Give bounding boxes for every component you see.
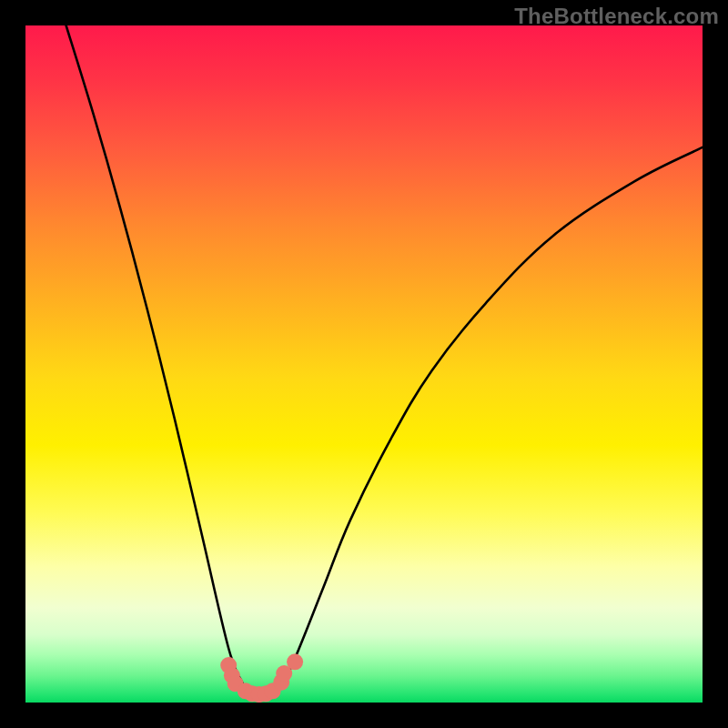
- chart-frame: TheBottleneck.com: [0, 0, 728, 728]
- bottleneck-chart: [25, 25, 703, 703]
- plot-area: [25, 25, 703, 703]
- watermark-label: TheBottleneck.com: [514, 4, 719, 29]
- curve-path: [66, 25, 703, 694]
- curve-marker: [287, 653, 303, 670]
